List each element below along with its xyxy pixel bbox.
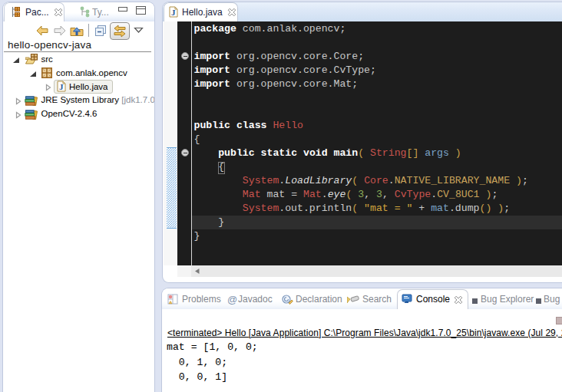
svg-text:J: J bbox=[171, 8, 176, 17]
svg-text:J: J bbox=[59, 82, 64, 91]
